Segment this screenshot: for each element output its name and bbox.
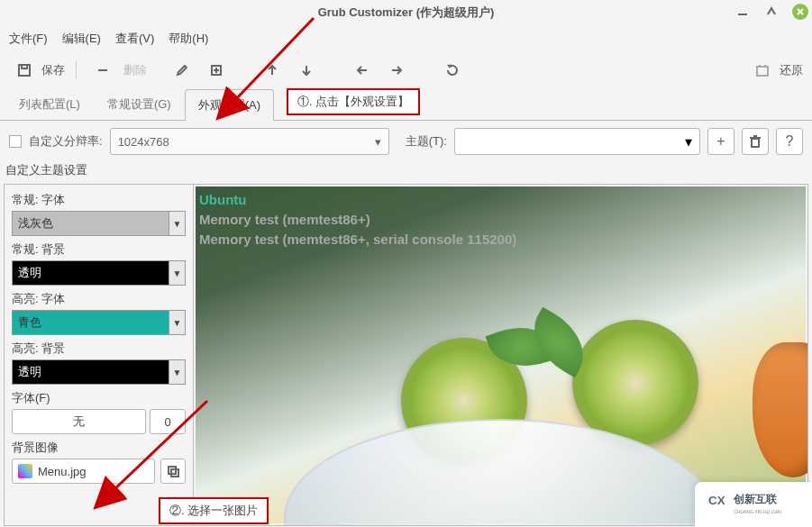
plus-icon: + <box>716 133 725 150</box>
arrow-left-icon[interactable] <box>347 55 378 86</box>
chevron-down-icon: ▼ <box>169 360 185 384</box>
normal-bg-label: 常规: 背景 <box>12 241 186 258</box>
theme-delete-button[interactable] <box>742 128 769 155</box>
theme-label: 主题(T): <box>406 133 447 150</box>
chevron-down-icon: ▼ <box>169 212 185 235</box>
menu-file[interactable]: 文件(F) <box>9 31 48 47</box>
bg-image-label: 背景图像 <box>12 440 186 456</box>
svg-text:CX: CX <box>708 494 725 507</box>
theme-add-button[interactable]: + <box>707 128 734 155</box>
font-size-field[interactable]: 0 <box>150 409 186 434</box>
custom-resolution-label: 自定义分辩率: <box>29 133 103 150</box>
minimize-button[interactable] <box>734 4 751 20</box>
arrow-down-icon[interactable] <box>291 55 322 86</box>
highlight-font-label: 高亮: 字体 <box>12 291 186 307</box>
section-custom-theme-label: 自定义主题设置 <box>0 162 812 182</box>
image-thumb-icon <box>18 464 32 478</box>
menu-bar: 文件(F) 编辑(E) 查看(V) 帮助(H) <box>0 25 812 52</box>
bg-copy-button[interactable] <box>160 459 186 484</box>
preview-line-1: Ubuntu <box>199 190 516 210</box>
resolution-row: 自定义分辩率: 1024x768 ▾ 主题(T): ▾ + ? <box>0 121 812 162</box>
svg-rect-10 <box>752 139 759 147</box>
font-select-button[interactable]: 无 <box>12 409 146 434</box>
callout-click-appearance: ①. 点击【外观设置】 <box>287 88 420 115</box>
main-split: 常规: 字体 浅灰色 ▼ 常规: 背景 透明 ▼ 高亮: 字体 青色 ▼ 高亮:… <box>4 184 808 526</box>
svg-rect-9 <box>757 67 768 76</box>
preview-line-2: Memory test (memtest86+) <box>199 210 516 230</box>
normal-font-value: 浅灰色 <box>18 215 53 232</box>
normal-bg-value: 透明 <box>18 265 41 281</box>
resolution-value: 1024x768 <box>118 135 169 149</box>
copy-icon <box>165 463 181 479</box>
title-bar: Grub Customizer (作为超级用户) <box>0 0 812 25</box>
edit-icon[interactable] <box>167 55 197 86</box>
chevron-down-icon: ▾ <box>685 133 692 150</box>
highlight-font-value: 青色 <box>18 314 41 331</box>
bg-file-name: Menu.jpg <box>38 465 86 478</box>
toolbar: 保存 删除 还原 <box>0 52 812 88</box>
reload-icon[interactable] <box>437 55 468 86</box>
chevron-down-icon: ▼ <box>169 261 185 285</box>
font-label: 字体(F) <box>12 390 186 406</box>
trash-icon <box>747 133 763 150</box>
svg-text:CHUANG XIN HU LIAN: CHUANG XIN HU LIAN <box>734 509 781 514</box>
normal-bg-color-select[interactable]: 透明 ▼ <box>12 260 186 286</box>
theme-select[interactable]: ▾ <box>454 128 700 155</box>
svg-rect-3 <box>19 65 30 76</box>
custom-resolution-checkbox[interactable] <box>9 135 22 148</box>
highlight-bg-label: 高亮: 背景 <box>12 341 186 357</box>
remove-icon[interactable] <box>87 55 118 86</box>
tab-bar: 列表配置(L) 常规设置(G) 外观设置(A) ①. 点击【外观设置】 <box>0 88 812 121</box>
svg-text:创新互联: 创新互联 <box>733 493 778 504</box>
highlight-bg-color-select[interactable]: 透明 ▼ <box>12 359 186 385</box>
save-icon[interactable] <box>9 55 40 86</box>
bg-file-button[interactable]: Menu.jpg <box>12 459 155 484</box>
delete-button-label[interactable]: 删除 <box>123 62 147 78</box>
left-panel: 常规: 字体 浅灰色 ▼ 常规: 背景 透明 ▼ 高亮: 字体 青色 ▼ 高亮:… <box>5 185 194 525</box>
highlight-bg-value: 透明 <box>18 364 41 380</box>
arrow-up-icon[interactable] <box>257 55 287 86</box>
arrow-right-icon[interactable] <box>381 55 412 86</box>
svg-rect-4 <box>22 65 27 68</box>
boot-preview: Ubuntu Memory test (memtest86+) Memory t… <box>194 185 807 525</box>
normal-font-label: 常规: 字体 <box>12 192 186 208</box>
menu-view[interactable]: 查看(V) <box>115 31 154 47</box>
maximize-button[interactable] <box>763 4 780 20</box>
callout-select-image: ②. 选择一张图片 <box>159 497 269 524</box>
chevron-down-icon: ▼ <box>169 311 185 334</box>
help-button[interactable]: ? <box>776 128 803 155</box>
brand-logo: CX 创新互联 CHUANG XIN HU LIAN <box>695 482 812 527</box>
chevron-down-icon: ▾ <box>375 135 381 149</box>
highlight-font-color-select[interactable]: 青色 ▼ <box>12 310 186 335</box>
save-button-label[interactable]: 保存 <box>41 62 65 78</box>
normal-font-color-select[interactable]: 浅灰色 ▼ <box>12 211 186 236</box>
help-icon: ? <box>786 133 794 150</box>
tab-list-config[interactable]: 列表配置(L) <box>5 88 94 120</box>
tab-general-settings[interactable]: 常规设置(G) <box>94 88 185 120</box>
preview-line-3: Memory test (memtest86+, serial console … <box>199 230 516 250</box>
window-title: Grub Customizer (作为超级用户) <box>318 5 495 21</box>
close-button[interactable] <box>792 4 808 20</box>
restore-button-label[interactable]: 还原 <box>780 62 803 78</box>
tab-appearance-settings[interactable]: 外观设置(A) <box>185 89 274 121</box>
resolution-select[interactable]: 1024x768 ▾ <box>110 128 389 155</box>
add-icon[interactable] <box>201 55 232 86</box>
menu-edit[interactable]: 编辑(E) <box>62 31 101 47</box>
restore-icon[interactable] <box>747 55 778 86</box>
menu-help[interactable]: 帮助(H) <box>169 31 208 47</box>
